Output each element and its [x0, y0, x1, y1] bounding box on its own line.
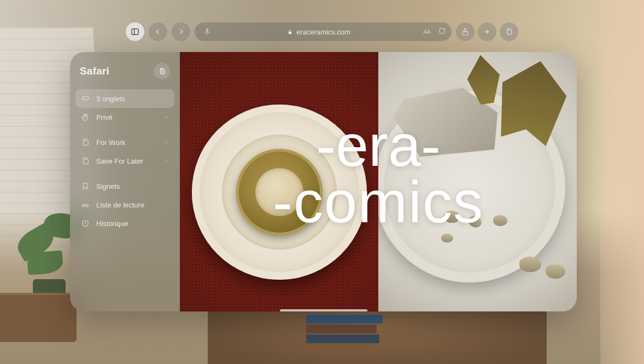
- clock-icon: [81, 219, 90, 228]
- back-button[interactable]: [149, 22, 167, 41]
- sidebar-item-label: Historique: [96, 219, 128, 228]
- sideboard-decor: [0, 293, 77, 342]
- sidebar-item-3-onglets[interactable]: 3 onglets: [75, 89, 174, 108]
- home-indicator[interactable]: [280, 309, 367, 311]
- svg-rect-13: [84, 159, 89, 164]
- sidebar-item-privé[interactable]: Privé: [75, 108, 174, 126]
- reader-aa-button[interactable]: AA: [423, 28, 430, 35]
- sidebar-item-label: Liste de lecture: [96, 201, 144, 209]
- sidebar-item-label: Privé: [96, 113, 113, 122]
- new-tab-button[interactable]: [478, 22, 496, 41]
- new-tab-group-button[interactable]: [154, 63, 170, 79]
- curtain-decor: [600, 0, 644, 364]
- sidebar-item-historique[interactable]: Historique: [75, 214, 174, 233]
- sidebar-item-label: Signets: [96, 182, 120, 190]
- sidebar-toggle-button[interactable]: [126, 22, 144, 41]
- goggles-icon: [81, 94, 90, 103]
- sidebar-item-liste-de-lecture[interactable]: Liste de lecture: [75, 195, 174, 214]
- sidebar-item-label: 3 onglets: [96, 95, 125, 103]
- svg-point-14: [83, 204, 85, 206]
- svg-rect-12: [84, 141, 89, 146]
- chevron-right-icon: [163, 138, 169, 147]
- tabs-icon: [81, 138, 90, 147]
- plate-image: [192, 105, 367, 280]
- browser-window: Safari 3 ongletsPrivéFor WorkSave For La…: [70, 52, 577, 311]
- address-bar[interactable]: eraceramics.com AA: [195, 22, 452, 41]
- lock-icon: [287, 29, 293, 35]
- sidebar: Safari 3 ongletsPrivéFor WorkSave For La…: [70, 52, 180, 311]
- sidebar-header: Safari: [75, 61, 174, 89]
- browser-toolbar: eraceramics.com AA: [126, 21, 518, 43]
- reload-button[interactable]: [438, 27, 446, 37]
- address-url: eraceramics.com: [214, 28, 423, 36]
- microphone-icon[interactable]: [200, 27, 214, 36]
- chevron-right-icon: [163, 157, 169, 165]
- hero-right-panel: [378, 52, 577, 311]
- tabs-overview-button[interactable]: [500, 22, 518, 41]
- sidebar-item-signets[interactable]: Signets: [75, 177, 174, 195]
- hero-left-panel: [180, 52, 378, 311]
- sidebar-item-for-work[interactable]: For Work: [75, 133, 174, 152]
- svg-point-15: [86, 204, 88, 206]
- chevron-right-icon: [163, 113, 169, 122]
- svg-rect-0: [132, 29, 138, 35]
- bookmark-icon: [81, 182, 90, 190]
- glasses-icon: [81, 200, 90, 209]
- svg-rect-4: [289, 32, 292, 34]
- forward-button[interactable]: [172, 22, 190, 41]
- sidebar-item-save-for-later[interactable]: Save For Later: [75, 152, 174, 170]
- url-text: eraceramics.com: [296, 28, 350, 36]
- svg-rect-8: [507, 30, 512, 34]
- share-button[interactable]: [456, 22, 475, 41]
- books-decor: [306, 315, 383, 353]
- sidebar-item-label: Save For Later: [96, 157, 143, 165]
- page-content[interactable]: -era- -comics: [180, 52, 577, 311]
- sidebar-title: Safari: [80, 65, 109, 77]
- tabs-icon: [81, 157, 90, 165]
- hand-icon: [81, 113, 90, 122]
- chevron-right-icon: [163, 95, 169, 103]
- svg-rect-2: [207, 28, 208, 32]
- sidebar-item-label: For Work: [96, 138, 125, 147]
- plant-decor: [11, 208, 77, 307]
